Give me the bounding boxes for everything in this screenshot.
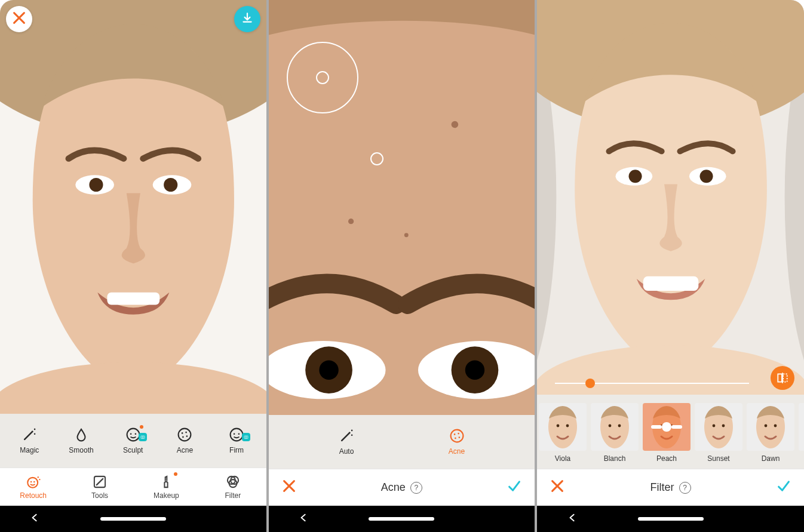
- help-button[interactable]: ?: [679, 482, 691, 494]
- photo-canvas[interactable]: [537, 0, 804, 395]
- acne-icon: [177, 427, 192, 442]
- close-icon: [12, 11, 26, 27]
- acne-tools: Auto Acne: [269, 415, 535, 469]
- zoom-lens: [287, 42, 358, 113]
- home-button[interactable]: [369, 517, 434, 521]
- slider-thumb[interactable]: [585, 379, 595, 388]
- screen-retouch: Magic Smooth Sculpt Acne Firm Retouch: [0, 0, 266, 532]
- nav-makeup[interactable]: Makeup: [139, 474, 193, 500]
- panel-title: Filter ?: [650, 481, 691, 494]
- android-nav: [269, 506, 535, 532]
- photo-original: [0, 0, 266, 414]
- android-nav: [537, 506, 804, 532]
- tools-icon: [92, 474, 108, 490]
- screen-filter: Viola Blanch Peach Sunset Dawn S Filter …: [537, 0, 804, 532]
- tool-smooth[interactable]: Smooth: [60, 427, 102, 454]
- nav-retouch[interactable]: Retouch: [7, 474, 60, 500]
- wand-icon: [22, 427, 37, 442]
- drop-icon: [73, 427, 89, 442]
- retouch-tools: Magic Smooth Sculpt Acne Firm: [0, 414, 266, 468]
- selected-icon: [643, 403, 691, 451]
- tool-firm[interactable]: Firm: [216, 427, 257, 454]
- android-nav: [0, 506, 266, 532]
- filter-list[interactable]: Viola Blanch Peach Sunset Dawn S: [537, 395, 804, 469]
- compare-button[interactable]: [771, 366, 794, 390]
- save-button[interactable]: [234, 6, 260, 32]
- home-button[interactable]: [638, 517, 704, 521]
- photo-canvas[interactable]: [0, 0, 266, 414]
- download-icon: [241, 11, 254, 27]
- nav-tools[interactable]: Tools: [73, 474, 127, 500]
- back-button[interactable]: [30, 513, 39, 524]
- cancel-button[interactable]: [550, 479, 564, 496]
- bottom-nav: Retouch Tools Makeup Filter: [0, 468, 266, 506]
- tool-sculpt[interactable]: Sculpt: [112, 427, 154, 454]
- intensity-slider[interactable]: [555, 383, 749, 384]
- photo-filtered: [537, 0, 804, 395]
- confirm-bar: Filter ?: [537, 469, 804, 506]
- makeup-icon: [158, 474, 174, 490]
- tool-magic[interactable]: Magic: [8, 427, 50, 454]
- back-button[interactable]: [568, 513, 576, 524]
- screen-acne: Auto Acne Acne ?: [269, 0, 535, 532]
- wand-icon: [339, 428, 354, 444]
- nav-filter[interactable]: Filter: [206, 474, 260, 500]
- premium-badge: [242, 433, 250, 441]
- back-button[interactable]: [299, 513, 308, 524]
- accept-button[interactable]: [507, 479, 521, 496]
- premium-badge: [139, 433, 147, 441]
- compare-icon: [776, 371, 789, 385]
- filter-sunset[interactable]: Sunset: [694, 403, 743, 463]
- tool-acne[interactable]: Acne: [164, 427, 205, 454]
- brush-cursor[interactable]: [370, 152, 383, 165]
- cancel-button[interactable]: [6, 6, 32, 32]
- panel-title: Acne ?: [381, 481, 422, 494]
- tool-acne-manual[interactable]: Acne: [421, 428, 493, 456]
- filter-blanch[interactable]: Blanch: [590, 403, 639, 463]
- accept-button[interactable]: [777, 479, 791, 496]
- notify-dot: [174, 472, 177, 476]
- photo-canvas[interactable]: [269, 0, 535, 415]
- acne-icon: [449, 428, 465, 444]
- retouch-icon: [26, 474, 41, 490]
- cancel-button[interactable]: [282, 479, 296, 496]
- home-button[interactable]: [100, 517, 166, 521]
- filter-peach[interactable]: Peach: [642, 403, 691, 463]
- confirm-bar: Acne ?: [269, 469, 535, 506]
- help-button[interactable]: ?: [410, 482, 422, 494]
- notify-dot: [140, 425, 143, 429]
- filter-more[interactable]: S: [798, 403, 804, 463]
- filter-dawn[interactable]: Dawn: [746, 403, 795, 463]
- filter-viola[interactable]: Viola: [538, 403, 587, 463]
- filter-icon: [225, 474, 241, 490]
- tool-auto[interactable]: Auto: [311, 428, 382, 456]
